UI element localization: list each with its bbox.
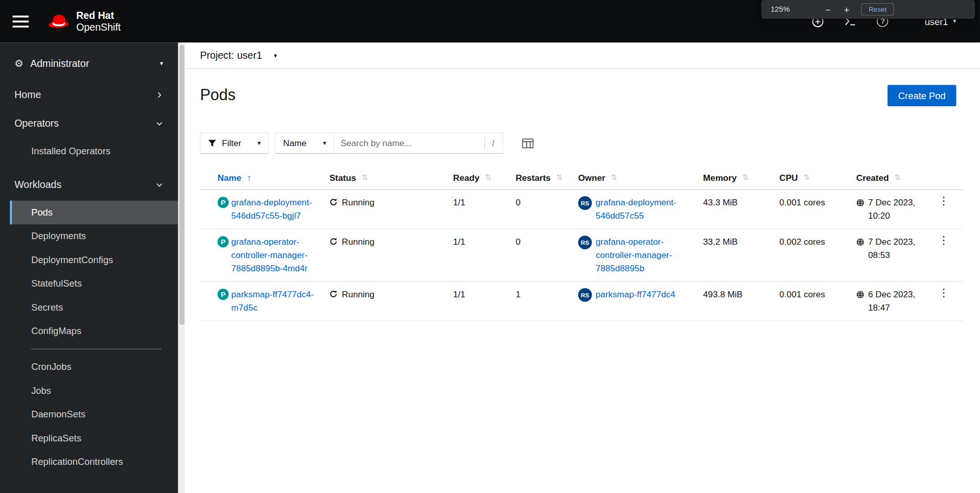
- sidebar-item-replicationcontrollers[interactable]: ReplicationControllers: [10, 450, 178, 474]
- sidebar-group-workloads[interactable]: Workloads: [0, 171, 178, 199]
- sort-icon: ⇅: [804, 173, 810, 182]
- cpu-cell: 0.001 cores: [779, 190, 856, 229]
- sidebar-item-pods[interactable]: Pods: [10, 201, 178, 224]
- kebab-menu-button[interactable]: ⋮: [934, 234, 953, 246]
- sync-running-icon: [330, 238, 338, 246]
- search-shortcut-hint: /: [484, 136, 502, 150]
- sort-icon: ⇅: [362, 173, 368, 182]
- kebab-menu-button[interactable]: ⋮: [934, 195, 953, 207]
- pod-link[interactable]: grafana-operator-controller-manager-7885…: [231, 236, 323, 275]
- table-header: Name↑ Status⇅ Ready⇅ Restarts⇅ Owner⇅ Me…: [200, 168, 962, 190]
- sidebar-item-configmaps[interactable]: ConfigMaps: [10, 319, 178, 343]
- pod-link[interactable]: parksmap-ff7477dc4-m7d5c: [231, 288, 323, 314]
- owner-link[interactable]: grafana-operator-controller-manager-7885…: [596, 236, 697, 275]
- page-title: Pods: [200, 85, 236, 104]
- sidebar-item-deploymentconfigs[interactable]: DeploymentConfigs: [10, 248, 178, 272]
- pod-link[interactable]: grafana-deployment-546dd57c55-bgjl7: [231, 196, 323, 222]
- memory-cell: 43.3 MiB: [703, 190, 779, 229]
- kebab-menu-button[interactable]: ⋮: [934, 287, 953, 298]
- manage-columns-button[interactable]: [522, 138, 533, 149]
- gear-icon: ⚙: [14, 58, 24, 69]
- sort-icon: ⇅: [556, 173, 563, 182]
- replicaset-badge: RS: [578, 196, 592, 210]
- page-header: Pods Create Pod: [185, 69, 980, 106]
- filter-label: Filter: [222, 138, 241, 148]
- caret-down-icon: ▾: [323, 140, 326, 146]
- main-content: Project: user1 ▾ Pods Create Pod Filter …: [185, 42, 980, 493]
- owner-link[interactable]: grafana-deployment-546dd57c55: [596, 196, 697, 222]
- sidebar-item-jobs[interactable]: Jobs: [10, 379, 178, 402]
- chevron-down-icon: [156, 181, 164, 189]
- restarts-cell: 1: [516, 282, 578, 321]
- timestamp-icon: [856, 291, 865, 299]
- project-name: user1: [237, 50, 262, 61]
- replicaset-badge: RS: [578, 236, 592, 249]
- column-header-created[interactable]: Created⇅: [856, 168, 931, 190]
- sidebar-scrollbar[interactable]: [178, 42, 185, 493]
- sort-icon: ⇅: [485, 173, 491, 182]
- status-text: Running: [342, 288, 375, 301]
- sort-icon: ⇅: [742, 173, 749, 182]
- chevron-right-icon: [156, 91, 164, 99]
- sidebar-item-deployments[interactable]: Deployments: [10, 224, 178, 248]
- browser-zoom-popup: 125% − + Reset: [761, 0, 975, 19]
- sidebar-item-replicasets[interactable]: ReplicaSets: [10, 426, 178, 450]
- sidebar-group-home[interactable]: Home: [0, 81, 178, 109]
- column-header-actions: [931, 168, 963, 190]
- nav-divider: [31, 349, 161, 349]
- sidebar-item-daemonsets[interactable]: DaemonSets: [10, 403, 178, 426]
- column-header-cpu[interactable]: CPU⇅: [779, 168, 856, 190]
- filter-dropdown[interactable]: Filter ▾: [200, 132, 269, 154]
- brand-logo[interactable]: Red Hat OpenShift: [48, 9, 121, 33]
- columns-icon: [522, 138, 533, 149]
- caret-down-icon: ▾: [274, 52, 277, 58]
- group-label: Home: [14, 89, 41, 101]
- pod-badge: P: [218, 236, 229, 247]
- column-header-restarts[interactable]: Restarts⇅: [516, 168, 578, 190]
- sidebar-item-secrets[interactable]: Secrets: [10, 296, 178, 319]
- sidebar-group-operators[interactable]: Operators: [0, 109, 178, 138]
- column-header-memory[interactable]: Memory⇅: [703, 168, 779, 190]
- zoom-level: 125%: [771, 5, 790, 14]
- ready-cell: 1/1: [453, 282, 516, 321]
- memory-cell: 33.2 MiB: [703, 229, 779, 281]
- project-bar: Project: user1 ▾: [185, 42, 980, 68]
- sidebar: ⚙ Administrator ▾ Home Operators Install…: [0, 42, 178, 493]
- status-text: Running: [342, 196, 375, 209]
- perspective-switcher[interactable]: ⚙ Administrator ▾: [0, 42, 178, 81]
- column-header-ready[interactable]: Ready⇅: [453, 168, 516, 190]
- brand-name-top: Red Hat: [76, 9, 121, 21]
- redhat-hat-icon: [48, 13, 70, 30]
- project-label: Project:: [200, 50, 234, 61]
- ready-cell: 1/1: [453, 229, 516, 281]
- sort-icon: ⇅: [895, 173, 901, 182]
- zoom-reset-button[interactable]: Reset: [861, 3, 894, 15]
- table-row: P grafana-deployment-546dd57c55-bgjl7 Ru…: [200, 190, 962, 229]
- create-pod-button[interactable]: Create Pod: [888, 85, 956, 106]
- chevron-down-icon: [156, 120, 164, 128]
- sidebar-item-installed-operators[interactable]: Installed Operators: [10, 139, 178, 163]
- zoom-out-button[interactable]: −: [821, 4, 835, 15]
- zoom-in-button[interactable]: +: [840, 4, 854, 15]
- search-input[interactable]: [334, 138, 484, 148]
- sidebar-item-cronjobs[interactable]: CronJobs: [10, 355, 178, 379]
- owner-link[interactable]: parksmap-ff7477dc4: [596, 288, 697, 301]
- pods-table: Name↑ Status⇅ Ready⇅ Restarts⇅ Owner⇅ Me…: [200, 168, 962, 321]
- filter-type-dropdown[interactable]: Name ▾: [275, 132, 334, 154]
- sidebar-item-statefulsets[interactable]: StatefulSets: [10, 272, 178, 295]
- toolbar: Filter ▾ Name ▾ /: [200, 132, 980, 154]
- perspective-label: Administrator: [30, 58, 89, 69]
- scrollbar-thumb[interactable]: [179, 45, 184, 325]
- nav-toggle-button[interactable]: [12, 15, 29, 27]
- column-header-owner[interactable]: Owner⇅: [578, 168, 703, 190]
- status-text: Running: [342, 236, 375, 249]
- search-box: /: [334, 132, 503, 154]
- caret-down-icon: ▾: [258, 140, 261, 146]
- column-header-name[interactable]: Name↑: [200, 168, 329, 190]
- column-header-status[interactable]: Status⇅: [330, 168, 453, 190]
- project-selector[interactable]: Project: user1 ▾: [200, 50, 277, 61]
- filter-type-label: Name: [283, 138, 307, 148]
- sort-icon: ⇅: [611, 173, 617, 182]
- caret-down-icon: ▾: [160, 60, 163, 66]
- timestamp-icon: [856, 199, 865, 207]
